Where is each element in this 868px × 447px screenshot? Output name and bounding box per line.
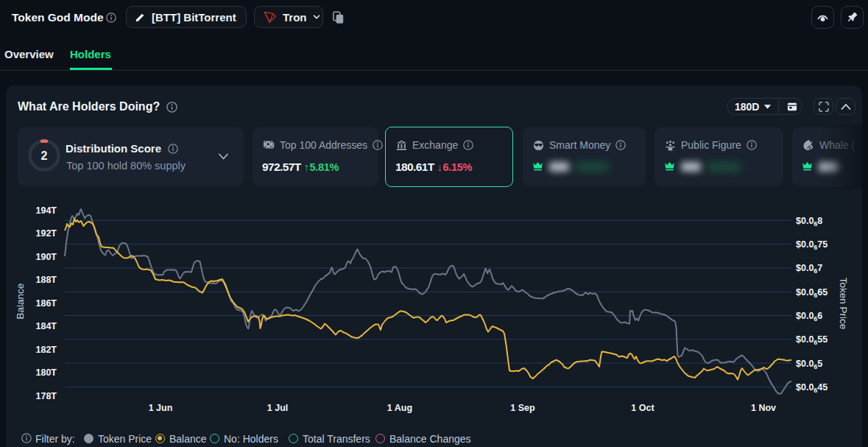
- svg-text:182T: 182T: [36, 345, 57, 355]
- svg-text:$0.067: $0.067: [796, 263, 822, 275]
- svg-text:$0.066: $0.066: [796, 311, 822, 323]
- svg-text:$0.065: $0.065: [796, 359, 822, 370]
- svg-text:186T: 186T: [36, 298, 57, 309]
- svg-text:Balance: Balance: [15, 284, 26, 320]
- svg-text:178T: 178T: [36, 391, 57, 401]
- svg-text:1 Jul: 1 Jul: [267, 403, 289, 413]
- svg-text:$0.0675: $0.0675: [796, 239, 828, 251]
- svg-text:1 Jun: 1 Jun: [149, 403, 173, 413]
- svg-text:2: 2: [41, 149, 48, 162]
- svg-text:1 Sep: 1 Sep: [510, 403, 535, 413]
- svg-text:$0.0645: $0.0645: [796, 382, 828, 394]
- svg-text:180T: 180T: [36, 367, 57, 378]
- svg-text:1 Nov: 1 Nov: [751, 403, 776, 413]
- svg-text:184T: 184T: [36, 321, 57, 331]
- svg-text:$0.0655: $0.0655: [796, 334, 828, 346]
- svg-text:1 Aug: 1 Aug: [387, 403, 412, 413]
- svg-text:190T: 190T: [36, 252, 57, 262]
- svg-text:$0.068: $0.068: [796, 216, 822, 228]
- svg-text:$0.0665: $0.0665: [796, 287, 828, 299]
- svg-text:188T: 188T: [36, 275, 57, 285]
- svg-text:194T: 194T: [36, 205, 57, 216]
- svg-text:1 Oct: 1 Oct: [631, 403, 654, 413]
- svg-text:192T: 192T: [36, 228, 57, 239]
- svg-text:Token Price: Token Price: [838, 278, 849, 330]
